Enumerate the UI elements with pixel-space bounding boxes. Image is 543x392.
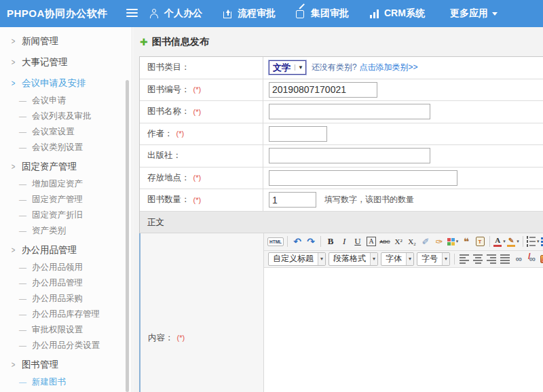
caret-down-icon: [492, 12, 498, 18]
sidebar-item-supplies-purchase[interactable]: —办公用品采购: [0, 291, 132, 307]
font-size-dropdown[interactable]: 字号▾: [417, 252, 450, 266]
form-row-content: 内容： (*) HTML↶↷BIUAABCX²X₂✐✑▾❝TA▾✎▾▾▾ 自定义…: [139, 233, 543, 392]
toolbar-separator: [489, 236, 490, 247]
required-mark: (*): [176, 130, 185, 138]
sidebar-item-supplies-inventory[interactable]: —办公用品库存管理: [0, 307, 132, 322]
chevron-right-icon: >: [12, 241, 16, 260]
italic-icon[interactable]: I: [338, 235, 350, 248]
sidebar-item-label: 会议类别设置: [32, 142, 83, 152]
sidebar-item-meeting-apply[interactable]: —会议申请: [0, 93, 132, 109]
align-right-icon[interactable]: [485, 252, 498, 266]
top-menu-item-more-apps[interactable]: 更多应用: [445, 7, 498, 20]
person-icon: [149, 9, 160, 19]
sidebar-item-meeting-room-settings[interactable]: —会议室设置: [0, 124, 132, 140]
top-menu-label: 集团审批: [311, 7, 349, 20]
sidebar-item-fixed-asset-management[interactable]: —固定资产管理: [0, 192, 132, 208]
sidebar-item-meeting-list-approval[interactable]: —会议列表及审批: [0, 109, 132, 124]
sidebar-group-memo-management[interactable]: >大事记管理: [0, 53, 132, 72]
location-input[interactable]: [269, 170, 457, 186]
category-select[interactable]: 文学 ▼: [269, 60, 306, 75]
sidebar-item-approval-permission-settings[interactable]: —审批权限设置: [0, 322, 132, 338]
top-menu-label: CRM系统: [384, 7, 425, 20]
html-source-icon[interactable]: HTML: [267, 235, 284, 248]
custom-title-dropdown-label: 自定义标题: [269, 253, 318, 264]
content-label: 内容：: [148, 332, 174, 344]
book-no-label: 图书编号：: [147, 84, 190, 96]
add-category-link[interactable]: 点击添加类别>>: [360, 62, 418, 73]
paste-text-icon[interactable]: T: [474, 235, 486, 248]
top-menu-item-workflow-approval[interactable]: 流程审批: [223, 7, 276, 20]
sidebar-item-new-book[interactable]: —新建图书: [0, 374, 132, 390]
sidebar-group-book-management[interactable]: >图书管理: [0, 355, 132, 374]
top-menu-label: 流程审批: [238, 7, 276, 20]
chevron-right-icon: >: [12, 355, 16, 374]
top-menu-label: 更多应用: [450, 7, 488, 20]
strikethrough-icon[interactable]: ABC: [379, 235, 391, 248]
sidebar-item-asset-category[interactable]: —资产类别: [0, 223, 132, 239]
bold-icon[interactable]: B: [324, 235, 337, 248]
insert-image-icon[interactable]: [540, 252, 543, 266]
caret-down-icon: ▾: [370, 253, 377, 265]
quantity-input[interactable]: [269, 192, 316, 208]
dash-icon: —: [19, 263, 26, 271]
undo-icon[interactable]: ↶: [291, 235, 303, 248]
align-justify-icon[interactable]: [499, 252, 511, 266]
chevron-right-icon: >: [12, 157, 16, 176]
book-no-input[interactable]: [269, 82, 377, 98]
unordered-list-icon[interactable]: ▾: [541, 235, 543, 248]
align-left-icon[interactable]: [458, 252, 470, 266]
redo-icon[interactable]: ↷: [305, 235, 317, 248]
font-color-icon[interactable]: A▾: [493, 235, 506, 248]
sidebar-item-supplies-requisition[interactable]: —办公用品领用: [0, 260, 132, 275]
caret-down-icon: ▾: [456, 239, 459, 244]
custom-title-dropdown[interactable]: 自定义标题▾: [268, 252, 326, 266]
book-form: 图书类目： 文学 ▼ 还没有类别? 点击添加类别>> 图书编号：(*) 图书名称…: [139, 56, 543, 392]
color-palette-icon[interactable]: ▾: [447, 235, 459, 248]
dash-icon: —: [19, 143, 26, 151]
unlink-icon[interactable]: ∞/: [526, 252, 538, 266]
sidebar-item-add-fixed-asset[interactable]: —增加固定资产: [0, 176, 132, 192]
highlight-pen-icon[interactable]: ✎▾: [507, 235, 519, 248]
sidebar-group-meeting-management[interactable]: >会议申请及安排: [0, 74, 132, 93]
sidebar-item-fixed-asset-depreciation[interactable]: —固定资产折旧: [0, 208, 132, 223]
body-section-header: 正文: [140, 212, 543, 233]
book-name-input[interactable]: [269, 104, 430, 119]
sidebar-group-office-supplies[interactable]: >办公用品管理: [0, 241, 132, 260]
top-menu-label: 个人办公: [164, 7, 202, 20]
ordered-list-icon[interactable]: ▾: [527, 235, 540, 248]
subscript-icon[interactable]: X₂: [406, 235, 418, 248]
sidebar-item-supplies-category-settings[interactable]: —办公用品分类设置: [0, 338, 132, 353]
superscript-icon[interactable]: X²: [392, 235, 405, 248]
sidebar-scrollbar[interactable]: [126, 80, 129, 392]
main-panel: ✚ 图书信息发布 图书类目： 文学 ▼ 还没有类别? 点击添加类别>> 图书编号…: [133, 27, 543, 392]
format-brush-icon[interactable]: ✑: [433, 235, 445, 248]
eraser-icon[interactable]: ✐: [419, 235, 432, 248]
top-menu-item-group-approval[interactable]: 集团审批: [296, 7, 349, 20]
caret-down-icon: ▾: [503, 239, 506, 244]
editor-content-area[interactable]: [264, 268, 543, 392]
sidebar-item-label: 新建图书: [32, 377, 66, 387]
publisher-input[interactable]: [269, 148, 430, 163]
blockquote-icon[interactable]: ❝: [460, 235, 472, 248]
align-center-icon[interactable]: [472, 252, 484, 266]
font-family-dropdown[interactable]: 字体▾: [381, 252, 414, 266]
underline-icon[interactable]: U: [352, 235, 364, 248]
quantity-hint: 填写数字，该图书的数量: [324, 194, 414, 205]
chevron-right-icon: >: [12, 74, 16, 93]
sidebar-group-news-management[interactable]: >新闻管理: [0, 32, 132, 51]
link-icon[interactable]: ∞: [512, 252, 525, 266]
sidebar-group-fixed-assets[interactable]: >固定资产管理: [0, 157, 132, 176]
sidebar-item-supplies-management[interactable]: —办公用品管理: [0, 275, 132, 291]
top-menu-item-crm-system[interactable]: CRM系统: [369, 7, 425, 20]
paragraph-format-dropdown[interactable]: 段落格式▾: [329, 252, 378, 266]
hamburger-menu-icon[interactable]: [126, 9, 138, 18]
sidebar-item-meeting-category-settings[interactable]: —会议类别设置: [0, 140, 132, 155]
font-box-icon[interactable]: A: [365, 235, 377, 248]
dash-icon: —: [19, 310, 26, 318]
top-menu-item-personal-office[interactable]: 个人办公: [149, 7, 202, 20]
dash-icon: —: [19, 96, 26, 104]
author-input[interactable]: [269, 126, 327, 142]
dash-icon: —: [19, 128, 26, 136]
paragraph-format-dropdown-label: 段落格式: [329, 253, 370, 264]
dash-icon: —: [19, 112, 26, 120]
